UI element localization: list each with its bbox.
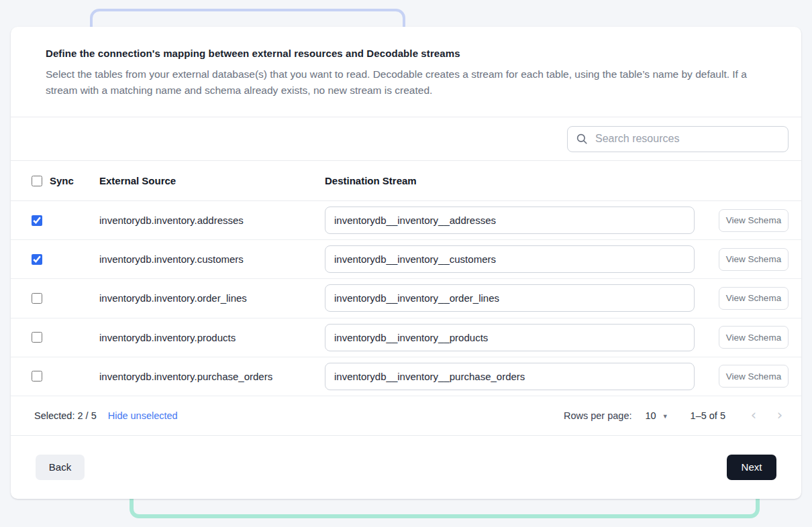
next-page-button[interactable]: ›: [772, 408, 788, 424]
sync-checkbox[interactable]: [32, 254, 42, 265]
external-source-text: inventorydb.inventory.customers: [99, 253, 325, 265]
table-row: inventorydb.inventory.products View Sche…: [11, 318, 801, 357]
column-header-external-source: External Source: [99, 175, 325, 186]
external-source-text: inventorydb.inventory.purchase_orders: [99, 371, 325, 382]
view-schema-button[interactable]: View Schema: [719, 248, 789, 271]
table-header-row: Sync External Source Destination Stream: [11, 161, 801, 201]
panel-subtitle: Select the tables from your external dat…: [46, 66, 761, 99]
view-schema-button[interactable]: View Schema: [719, 287, 789, 310]
wizard-actions: Back Next: [11, 436, 801, 499]
table-row: inventorydb.inventory.addresses View Sch…: [11, 201, 801, 240]
column-header-sync: Sync: [50, 175, 74, 186]
panel-header: Define the connection's mapping between …: [11, 27, 801, 117]
table-toolbar: [11, 117, 801, 161]
destination-stream-input[interactable]: [325, 207, 695, 234]
selected-count-label: Selected: 2 / 5: [34, 410, 97, 421]
search-input[interactable]: [567, 126, 789, 152]
rows-per-page-label: Rows per page:: [564, 410, 632, 421]
connection-mapping-panel: Define the connection's mapping between …: [11, 27, 801, 499]
chevron-down-icon: ▼: [662, 413, 668, 420]
sync-checkbox[interactable]: [32, 293, 42, 304]
table-row: inventorydb.inventory.customers View Sch…: [11, 240, 801, 279]
sync-checkbox[interactable]: [32, 332, 42, 343]
select-all-checkbox[interactable]: [32, 176, 42, 186]
destination-stream-input[interactable]: [325, 245, 695, 273]
search-box: [567, 126, 789, 152]
page-range-label: 1–5 of 5: [691, 410, 725, 421]
sync-checkbox[interactable]: [32, 371, 42, 382]
view-schema-button[interactable]: View Schema: [719, 326, 789, 349]
sync-checkbox[interactable]: [32, 215, 42, 226]
back-button[interactable]: Back: [36, 455, 85, 480]
destination-stream-input[interactable]: [325, 363, 695, 390]
view-schema-button[interactable]: View Schema: [719, 365, 789, 388]
external-source-text: inventorydb.inventory.products: [99, 332, 325, 343]
external-source-text: inventorydb.inventory.addresses: [99, 215, 325, 226]
column-header-destination-stream: Destination Stream: [325, 175, 801, 186]
table-row: inventorydb.inventory.purchase_orders Vi…: [11, 357, 801, 396]
pagination-bar: Selected: 2 / 5 Hide unselected Rows per…: [11, 396, 801, 436]
next-button[interactable]: Next: [727, 455, 776, 480]
destination-stream-input[interactable]: [325, 324, 695, 351]
destination-stream-input[interactable]: [325, 284, 695, 312]
external-source-text: inventorydb.inventory.order_lines: [99, 292, 325, 304]
rows-per-page-select[interactable]: 10 ▼: [646, 410, 668, 421]
previous-page-button[interactable]: ‹: [746, 408, 762, 424]
hide-unselected-link[interactable]: Hide unselected: [108, 410, 178, 421]
panel-title: Define the connection's mapping between …: [46, 48, 761, 59]
view-schema-button[interactable]: View Schema: [719, 209, 789, 232]
table-row: inventorydb.inventory.order_lines View S…: [11, 279, 801, 318]
rows-per-page-value: 10: [646, 410, 656, 421]
